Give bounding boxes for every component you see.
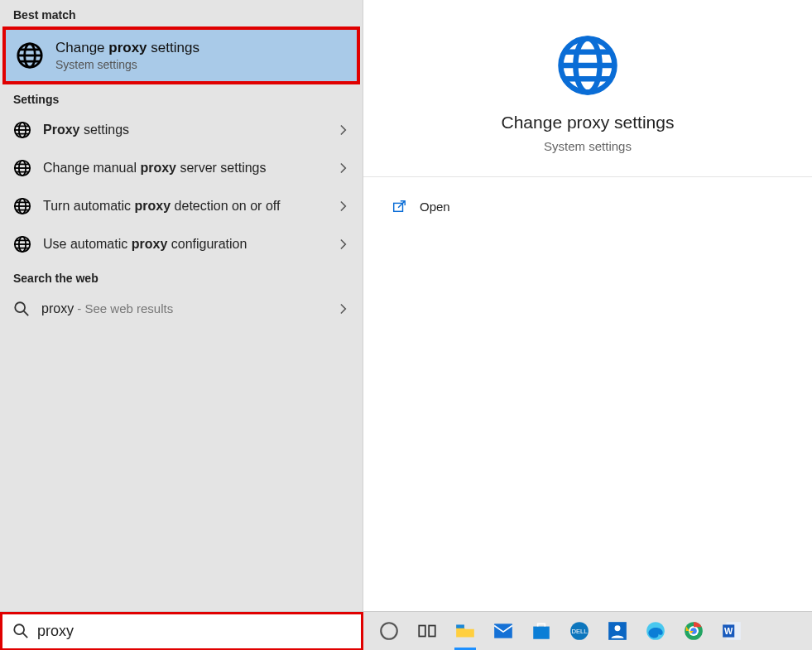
store-icon[interactable] bbox=[529, 619, 554, 643]
taskbar: DELL W bbox=[0, 611, 812, 650]
task-view-icon[interactable] bbox=[415, 619, 440, 643]
svg-rect-7 bbox=[419, 626, 425, 637]
settings-item-label: Proxy settings bbox=[43, 121, 326, 139]
settings-item-auto-proxy-detection[interactable]: Turn automatic proxy detection on or off bbox=[0, 187, 363, 225]
svg-point-15 bbox=[615, 625, 621, 631]
svg-rect-9 bbox=[456, 624, 464, 628]
best-match-subtitle: System settings bbox=[55, 58, 199, 71]
best-match-result[interactable]: Change proxy settings System settings bbox=[2, 26, 360, 84]
preview-subtitle: System settings bbox=[544, 139, 632, 153]
chevron-right-icon bbox=[338, 303, 349, 315]
section-header-search-web: Search the web bbox=[0, 263, 363, 290]
section-header-best-match: Best match bbox=[0, 0, 363, 26]
web-search-label: proxy - See web results bbox=[41, 300, 326, 318]
globe-icon bbox=[555, 33, 620, 98]
section-header-settings: Settings bbox=[0, 84, 363, 111]
search-results-panel: Best match Change proxy settings System … bbox=[0, 0, 363, 611]
chevron-right-icon bbox=[338, 162, 349, 174]
globe-icon bbox=[13, 159, 31, 177]
cortana-icon[interactable] bbox=[377, 619, 401, 643]
settings-item-label: Use automatic proxy configuration bbox=[43, 235, 326, 253]
preview-title: Change proxy settings bbox=[502, 113, 675, 132]
svg-point-6 bbox=[381, 623, 397, 639]
svg-text:W: W bbox=[724, 626, 733, 636]
best-match-text: Change proxy settings System settings bbox=[55, 40, 199, 71]
settings-item-label: Change manual proxy server settings bbox=[43, 159, 326, 177]
settings-item-auto-proxy-config[interactable]: Use automatic proxy configuration bbox=[0, 225, 363, 263]
preview-header: Change proxy settings System settings bbox=[363, 0, 812, 177]
settings-list: Proxy settings Change manual proxy serve… bbox=[0, 111, 363, 263]
chevron-right-icon bbox=[338, 200, 349, 212]
search-input[interactable] bbox=[37, 623, 351, 640]
mail-icon[interactable] bbox=[491, 619, 516, 643]
open-action-label: Open bbox=[420, 200, 450, 214]
taskbar-icons: DELL W bbox=[363, 619, 757, 643]
globe-icon bbox=[13, 197, 31, 215]
preview-panel: Change proxy settings System settings Op… bbox=[363, 0, 812, 611]
chevron-right-icon bbox=[338, 124, 349, 136]
globe-icon bbox=[13, 235, 31, 253]
open-link-icon bbox=[392, 199, 406, 214]
svg-text:DELL: DELL bbox=[572, 628, 588, 635]
best-match-title: Change proxy settings bbox=[55, 40, 199, 56]
word-icon[interactable]: W bbox=[719, 619, 744, 643]
preview-actions: Open bbox=[363, 177, 812, 235]
svg-rect-10 bbox=[494, 624, 512, 638]
edge-icon[interactable] bbox=[643, 619, 668, 643]
settings-item-proxy-settings[interactable]: Proxy settings bbox=[0, 111, 363, 149]
people-icon[interactable] bbox=[605, 619, 630, 643]
globe-icon bbox=[13, 121, 31, 139]
svg-rect-8 bbox=[429, 626, 435, 637]
settings-item-manual-proxy[interactable]: Change manual proxy server settings bbox=[0, 149, 363, 187]
globe-icon bbox=[16, 41, 44, 70]
settings-item-label: Turn automatic proxy detection on or off bbox=[43, 197, 326, 215]
taskbar-search-box[interactable] bbox=[0, 612, 363, 651]
search-icon bbox=[13, 301, 30, 317]
search-icon bbox=[12, 623, 29, 639]
chrome-icon[interactable] bbox=[681, 619, 706, 643]
chevron-right-icon bbox=[338, 238, 349, 250]
dell-icon[interactable]: DELL bbox=[567, 619, 592, 643]
open-action[interactable]: Open bbox=[392, 194, 784, 219]
web-search-item[interactable]: proxy - See web results bbox=[0, 290, 363, 328]
svg-rect-11 bbox=[533, 627, 550, 639]
file-explorer-icon[interactable] bbox=[453, 619, 478, 643]
